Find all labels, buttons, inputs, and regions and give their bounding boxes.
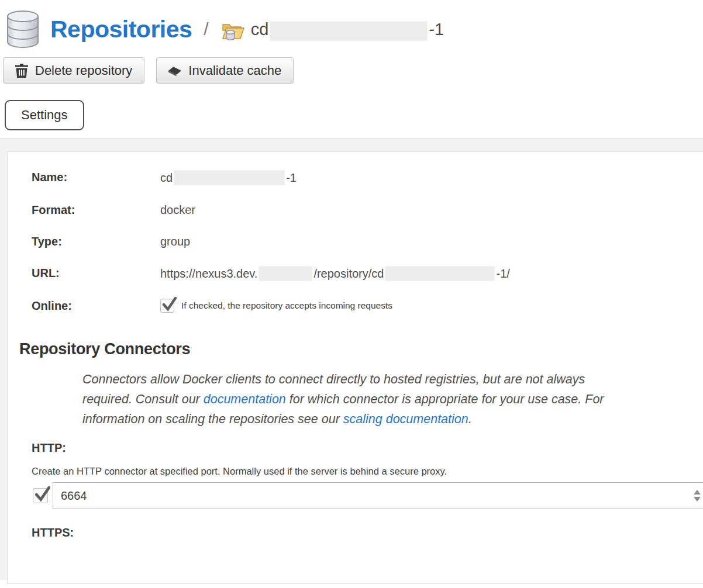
breadcrumb-repo-name: cd-1 bbox=[251, 18, 444, 41]
database-icon bbox=[6, 10, 40, 49]
url-part3: -1/ bbox=[496, 267, 509, 281]
online-value: If checked, the repository accepts incom… bbox=[160, 299, 392, 313]
toolbar: Delete repository Invalidate cache bbox=[0, 57, 703, 84]
http-port-field bbox=[53, 482, 703, 509]
https-label: HTTPS: bbox=[32, 526, 703, 539]
connectors-description: Connectors allow Docker clients to conne… bbox=[82, 369, 632, 429]
breadcrumb-separator: / bbox=[204, 19, 208, 39]
repository-folder-icon bbox=[222, 20, 245, 41]
redacted-text bbox=[270, 21, 428, 41]
http-connector-checkbox[interactable] bbox=[33, 488, 48, 503]
url-part1: https://nexus3.dev. bbox=[160, 267, 257, 281]
url-label: URL: bbox=[32, 266, 160, 281]
http-port-input[interactable] bbox=[53, 482, 703, 509]
trash-icon bbox=[15, 64, 28, 78]
name-value-prefix: cd bbox=[160, 171, 173, 185]
description-text: . bbox=[468, 412, 472, 426]
redacted-text bbox=[385, 266, 495, 281]
redacted-text bbox=[259, 266, 312, 281]
content-area: Name: cd-1 Format: docker Type: group UR… bbox=[0, 139, 703, 580]
http-connector-row bbox=[33, 482, 703, 509]
name-label: Name: bbox=[32, 170, 160, 185]
scaling-documentation-link[interactable]: scaling documentation bbox=[343, 412, 468, 426]
spinner-up-icon[interactable] bbox=[694, 490, 701, 494]
delete-repository-label: Delete repository bbox=[35, 63, 132, 78]
http-label: HTTP: bbox=[32, 441, 703, 455]
http-help-text: Create an HTTP connector at specified po… bbox=[32, 466, 703, 477]
redacted-text bbox=[174, 170, 285, 185]
checkmark-icon bbox=[34, 485, 51, 503]
url-value: https://nexus3.dev./repository/cd-1/ bbox=[160, 266, 510, 281]
url-part2: /repository/cd bbox=[313, 267, 384, 281]
delete-repository-button[interactable]: Delete repository bbox=[3, 57, 144, 84]
number-spinner[interactable] bbox=[694, 490, 701, 501]
page-title: Repositories bbox=[50, 16, 192, 43]
field-row-url: URL: https://nexus3.dev./repository/cd-1… bbox=[32, 266, 703, 281]
documentation-link[interactable]: documentation bbox=[204, 392, 286, 406]
format-label: Format: bbox=[32, 203, 160, 217]
invalidate-cache-button[interactable]: Invalidate cache bbox=[156, 57, 294, 84]
invalidate-cache-label: Invalidate cache bbox=[188, 63, 281, 78]
settings-panel: Name: cd-1 Format: docker Type: group UR… bbox=[7, 151, 703, 584]
online-label: Online: bbox=[32, 299, 160, 313]
tab-bar: Settings bbox=[0, 100, 703, 139]
field-row-type: Type: group bbox=[32, 234, 703, 248]
eraser-icon bbox=[168, 64, 181, 78]
type-label: Type: bbox=[32, 234, 160, 248]
repository-connectors-heading: Repository Connectors bbox=[19, 340, 703, 358]
checkmark-icon bbox=[161, 295, 178, 313]
page-header: Repositories / cd-1 bbox=[0, 0, 703, 50]
online-checkbox[interactable] bbox=[160, 299, 174, 313]
field-row-format: Format: docker bbox=[32, 203, 703, 217]
name-value: cd-1 bbox=[160, 170, 297, 185]
tab-settings[interactable]: Settings bbox=[5, 100, 84, 130]
format-value: docker bbox=[160, 203, 195, 217]
field-row-name: Name: cd-1 bbox=[32, 170, 703, 185]
spinner-down-icon[interactable] bbox=[694, 497, 701, 501]
field-row-online: Online: If checked, the repository accep… bbox=[32, 299, 703, 313]
repo-name-prefix: cd bbox=[251, 20, 269, 39]
online-help-text: If checked, the repository accepts incom… bbox=[181, 299, 392, 313]
repo-name-suffix: -1 bbox=[429, 20, 444, 39]
type-value: group bbox=[160, 234, 190, 248]
name-value-suffix: -1 bbox=[286, 171, 297, 185]
